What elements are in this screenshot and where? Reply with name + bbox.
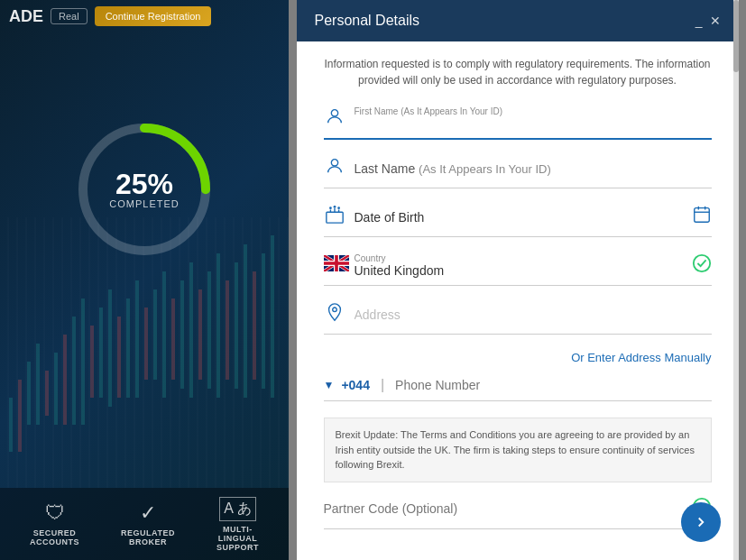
address-content — [355, 308, 712, 322]
svg-rect-19 — [180, 280, 184, 389]
svg-point-44 — [332, 308, 336, 312]
phone-divider: | — [377, 377, 388, 393]
first-name-input[interactable] — [355, 116, 712, 131]
modal-title: Personal Details — [315, 13, 420, 29]
multilingual-label: MULTI-LINGUALSUPPORT — [216, 525, 259, 552]
svg-rect-25 — [235, 262, 238, 389]
brand-logo: ADE — [9, 7, 43, 26]
svg-rect-34 — [326, 212, 342, 223]
minimize-button[interactable]: _ — [695, 14, 703, 28]
svg-rect-15 — [144, 308, 148, 380]
svg-rect-13 — [126, 298, 130, 398]
phone-field: ▼ +044 | — [324, 377, 712, 401]
svg-rect-4 — [45, 371, 49, 416]
left-panel: ADE Real Continue Registration 25% COMPL… — [0, 0, 289, 560]
multilingual-icon: A あ — [219, 497, 255, 521]
shield-icon: 🛡 — [45, 501, 65, 525]
phone-input[interactable] — [395, 378, 711, 392]
svg-rect-18 — [171, 298, 175, 380]
bottom-bar: 🛡 SECUREDACCOUNTS ✓ REGULATEDBROKER A あ … — [0, 488, 289, 560]
regulated-broker-item: ✓ REGULATEDBROKER — [121, 501, 175, 546]
svg-rect-10 — [99, 308, 103, 398]
svg-point-32 — [331, 110, 337, 116]
calendar-icon[interactable] — [692, 205, 712, 229]
svg-rect-27 — [253, 271, 256, 380]
scrollbar[interactable] — [733, 0, 739, 560]
or-enter-address-manually[interactable]: Or Enter Address Manually — [324, 351, 712, 364]
country-label: Country — [355, 253, 683, 263]
last-name-suffix: (As It Appears In Your ID) — [419, 162, 551, 176]
brexit-notice: Brexit Update: The Terms and Conditions … — [324, 418, 712, 482]
last-name-content: Last Name (As It Appears In Your ID) — [355, 161, 712, 176]
last-name-field: Last Name (As It Appears In Your ID) — [324, 156, 712, 188]
user-icon-2 — [324, 156, 345, 180]
svg-rect-16 — [153, 289, 157, 380]
last-name-label: Last Name — [355, 161, 416, 176]
multilingual-support-item: A あ MULTI-LINGUALSUPPORT — [216, 497, 259, 552]
svg-rect-6 — [63, 335, 67, 425]
svg-rect-22 — [207, 271, 211, 389]
right-panel: Personal Details _ ✕ Information request… — [289, 0, 746, 560]
secured-accounts-label: SECUREDACCOUNTS — [30, 528, 79, 546]
close-button[interactable]: ✕ — [710, 14, 721, 28]
svg-rect-24 — [226, 280, 229, 380]
country-value: United Kingdom — [355, 263, 683, 278]
modal-header: Personal Details _ ✕ — [297, 0, 739, 41]
svg-rect-3 — [36, 344, 40, 425]
modal-body: Information requested is to comply with … — [297, 41, 739, 547]
checkmark-icon: ✓ — [140, 501, 156, 525]
svg-point-33 — [331, 160, 337, 166]
svg-rect-21 — [198, 289, 202, 380]
svg-rect-8 — [81, 298, 85, 425]
scroll-thumb[interactable] — [733, 0, 739, 72]
address-field — [324, 302, 712, 335]
continue-registration-button[interactable]: Continue Registration — [95, 6, 212, 26]
modal-header-buttons: _ ✕ — [695, 14, 721, 28]
phone-code: +044 — [341, 378, 370, 392]
partner-code-field — [324, 497, 712, 529]
partner-code-input[interactable] — [324, 501, 683, 516]
country-field: Country United Kingdom — [324, 253, 712, 286]
last-name-value: Last Name (As It Appears In Your ID) — [355, 161, 712, 176]
country-content: Country United Kingdom — [355, 253, 683, 278]
svg-rect-11 — [108, 289, 112, 407]
progress-container: 25% COMPLETED — [72, 117, 216, 262]
regulated-broker-label: REGULATEDBROKER — [121, 528, 175, 546]
svg-rect-0 — [9, 398, 13, 452]
svg-rect-26 — [244, 244, 247, 398]
svg-rect-38 — [694, 208, 709, 223]
country-flag — [324, 255, 345, 276]
progress-text: 25% COMPLETED — [109, 170, 179, 209]
svg-rect-20 — [189, 262, 193, 398]
phone-arrow-icon: ▼ — [324, 379, 335, 391]
svg-point-36 — [333, 206, 336, 208]
secured-accounts-item: 🛡 SECUREDACCOUNTS — [30, 501, 79, 546]
svg-point-43 — [693, 255, 709, 271]
svg-rect-17 — [162, 271, 166, 398]
dob-field: Date of Birth — [324, 205, 712, 237]
svg-rect-12 — [117, 317, 121, 398]
svg-rect-9 — [90, 326, 94, 398]
first-name-field: First Name (As It Appears In Your ID) — [324, 106, 712, 140]
svg-rect-1 — [18, 380, 22, 452]
svg-rect-23 — [216, 253, 220, 398]
next-button[interactable] — [681, 502, 721, 542]
first-name-label: First Name (As It Appears In Your ID) — [355, 106, 712, 116]
modal: Personal Details _ ✕ Information request… — [297, 0, 739, 560]
country-verified-icon — [692, 253, 712, 278]
svg-point-35 — [329, 207, 332, 209]
dob-content: Date of Birth — [355, 210, 683, 225]
real-badge: Real — [51, 8, 87, 24]
progress-circle: 25% COMPLETED — [72, 117, 216, 262]
progress-label: COMPLETED — [109, 198, 179, 209]
svg-point-37 — [337, 207, 340, 209]
location-icon — [324, 302, 345, 326]
svg-rect-2 — [27, 362, 31, 425]
svg-rect-7 — [72, 317, 76, 425]
info-text: Information requested is to comply with … — [324, 56, 712, 88]
svg-rect-5 — [54, 353, 58, 425]
progress-percent: 25% — [109, 170, 179, 198]
address-input[interactable] — [355, 308, 712, 322]
user-icon — [324, 106, 345, 131]
birthday-icon — [324, 205, 345, 229]
